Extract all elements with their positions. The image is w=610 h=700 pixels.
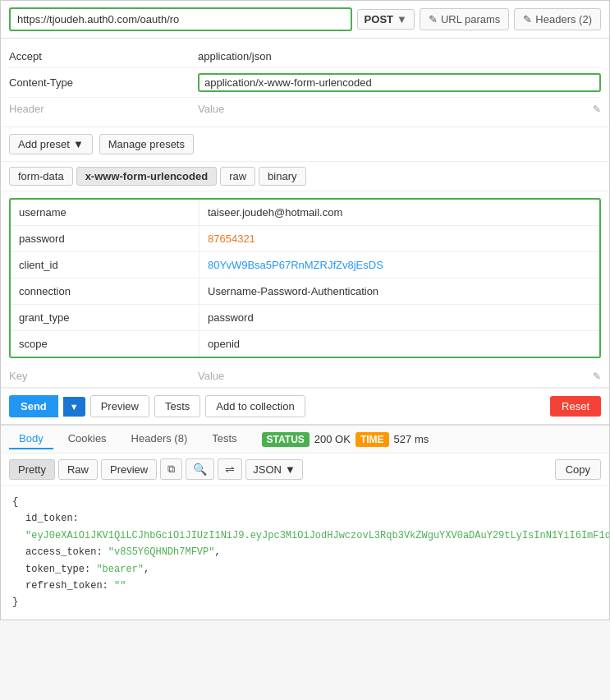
json-token-type-key: token_type: — [25, 564, 96, 575]
form-val-connection[interactable]: Username-Password-Authentication — [200, 279, 599, 304]
time-value: 527 ms — [394, 433, 429, 445]
status-section: STATUS 200 OK TIME 527 ms — [262, 432, 429, 447]
headers-button-label: Headers (2) — [535, 13, 592, 25]
send-arrow-icon: ▼ — [70, 402, 79, 412]
tab-raw[interactable]: raw — [220, 167, 255, 186]
add-preset-arrow: ▼ — [73, 138, 84, 150]
body-type-tabs: form-data x-www-form-urlencoded raw bina… — [1, 162, 609, 191]
form-val-scope[interactable]: openid — [200, 331, 599, 357]
tab-x-www-form-urlencoded[interactable]: x-www-form-urlencoded — [76, 167, 218, 186]
empty-key-placeholder: Key — [9, 370, 198, 382]
status-badge: STATUS — [262, 432, 310, 447]
add-collection-button[interactable]: Add to collection — [205, 395, 305, 417]
header-key-accept: Accept — [9, 50, 198, 62]
json-access-token-key: access_token: — [25, 546, 108, 558]
form-val-client-id[interactable]: 80YvW9Bsa5P67RnMZRJfZv8jEsDS — [200, 252, 599, 278]
tab-form-data-label: form-data — [18, 170, 64, 182]
fmt-preview-label: Preview — [110, 463, 148, 476]
fmt-raw-label: Raw — [67, 463, 89, 476]
form-val-password[interactable]: 87654321 — [200, 226, 599, 251]
form-key-scope: scope — [11, 331, 200, 357]
form-val-grant-type[interactable]: password — [200, 305, 599, 330]
form-row-connection: connection Username-Password-Authenticat… — [11, 279, 599, 305]
format-icon-button[interactable]: ⇌ — [218, 458, 242, 480]
search-icon-button[interactable]: 🔍 — [186, 458, 214, 480]
url-params-button[interactable]: ✎ URL params — [420, 8, 509, 30]
manage-presets-button[interactable]: Manage presets — [99, 134, 194, 154]
empty-kv-row: Key Value ✎ — [1, 365, 609, 388]
tests-label: Tests — [165, 400, 190, 412]
resp-tab-cookies[interactable]: Cookies — [58, 429, 117, 449]
form-val-username[interactable]: taiseer.joudeh@hotmail.com — [200, 200, 599, 225]
header-empty-row: Header Value ✎ — [9, 98, 601, 120]
form-row-scope: scope openid — [11, 331, 599, 357]
form-row-password: password 87654321 — [11, 226, 599, 252]
method-label: POST — [365, 13, 393, 25]
headers-button[interactable]: ✎ Headers (2) — [514, 8, 601, 30]
form-key-grant-type: grant_type — [11, 305, 200, 330]
form-row-client-id: client_id 80YvW9Bsa5P67RnMZRJfZv8jEsDS — [11, 252, 599, 279]
json-dropdown[interactable]: JSON ▼ — [245, 459, 303, 480]
reset-button[interactable]: Reset — [550, 396, 601, 417]
action-row: Send ▼ Preview Tests Add to collection R… — [1, 388, 609, 424]
send-dropdown-button[interactable]: ▼ — [63, 397, 85, 417]
resp-tab-body-label: Body — [19, 432, 44, 444]
copy-button[interactable]: Copy — [555, 459, 601, 480]
preset-row: Add preset ▼ Manage presets — [1, 127, 609, 162]
header-key-content-type: Content-Type — [9, 76, 198, 89]
json-refresh-token-key: refresh_token: — [25, 580, 114, 592]
resp-tab-headers[interactable]: Headers (8) — [122, 429, 198, 449]
header-placeholder-key: Header — [9, 103, 198, 115]
fmt-tab-pretty[interactable]: Pretty — [9, 459, 55, 480]
copy-icon-button[interactable]: ⧉ — [160, 458, 182, 480]
tab-binary[interactable]: binary — [259, 167, 305, 186]
preview-button[interactable]: Preview — [90, 395, 149, 417]
url-input[interactable] — [9, 7, 352, 31]
url-bar: POST ▼ ✎ URL params ✎ Headers (2) — [1, 1, 609, 39]
preview-label: Preview — [101, 400, 139, 412]
form-row-username: username taiseer.joudeh@hotmail.com — [11, 200, 599, 226]
json-dropdown-arrow: ▼ — [285, 463, 296, 476]
reset-label: Reset — [562, 400, 589, 412]
json-id-token-key: id_token: — [25, 513, 79, 524]
json-label: JSON — [253, 463, 282, 476]
edit-icon-headers: ✎ — [523, 13, 532, 25]
pencil-icon: ✎ — [593, 104, 601, 115]
resp-tab-body[interactable]: Body — [9, 429, 53, 449]
fmt-tab-preview[interactable]: Preview — [101, 459, 157, 480]
edit-kv-icon: ✎ — [593, 371, 601, 382]
add-preset-label: Add preset — [18, 138, 70, 150]
url-params-label: URL params — [441, 13, 500, 25]
header-row-content-type: Content-Type application/x-www-form-urle… — [9, 68, 601, 98]
add-preset-button[interactable]: Add preset ▼ — [9, 134, 93, 154]
json-refresh-token-line: refresh_token: "" — [12, 578, 598, 594]
edit-icon-header: ✎ — [593, 103, 601, 115]
form-key-username: username — [11, 200, 200, 225]
send-label: Send — [21, 400, 47, 412]
form-key-password: password — [11, 226, 200, 251]
json-output: { id_token: "eyJ0eXAiOiJKV1QiLCJhbGciOiJ… — [1, 486, 609, 619]
empty-value-placeholder: Value — [198, 370, 593, 382]
copy-label: Copy — [566, 463, 590, 476]
form-row-grant-type: grant_type password — [11, 305, 599, 331]
tab-form-data[interactable]: form-data — [9, 167, 73, 186]
method-dropdown-arrow: ▼ — [397, 13, 407, 25]
json-access-token-value: "v8S5Y6QHNDh7MFVP" — [108, 546, 215, 558]
time-badge: TIME — [355, 432, 389, 447]
resp-tab-headers-label: Headers (8) — [131, 432, 188, 444]
header-value-content-type[interactable]: application/x-www-form-urlencoded — [198, 73, 601, 92]
send-button[interactable]: Send — [9, 395, 58, 417]
fmt-tab-raw[interactable]: Raw — [58, 459, 98, 480]
form-key-client-id: client_id — [11, 252, 200, 278]
form-key-connection: connection — [11, 279, 200, 304]
header-placeholder-value: Value — [198, 103, 224, 115]
resp-tab-tests[interactable]: Tests — [202, 429, 246, 449]
headers-section: Accept application/json Content-Type app… — [1, 39, 609, 127]
form-data-table: username taiseer.joudeh@hotmail.com pass… — [9, 198, 601, 358]
method-selector[interactable]: POST ▼ — [357, 9, 415, 30]
tab-xwww-label: x-www-form-urlencoded — [85, 170, 209, 182]
add-collection-label: Add to collection — [216, 400, 294, 412]
tests-button[interactable]: Tests — [154, 395, 200, 417]
response-tabs: Body Cookies Headers (8) Tests STATUS 20… — [1, 424, 609, 454]
edit-icon-url: ✎ — [429, 13, 438, 25]
